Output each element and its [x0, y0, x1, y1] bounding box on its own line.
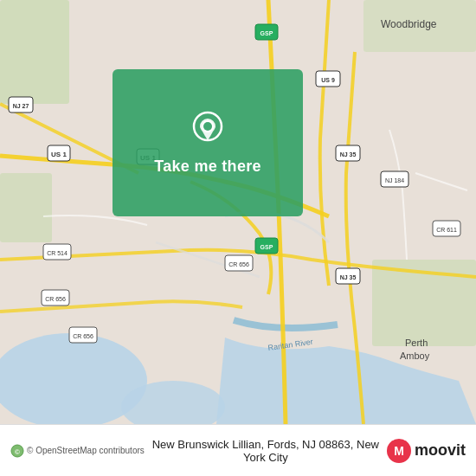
osm-logo: ©: [10, 444, 24, 458]
location-pin-icon: [189, 111, 227, 149]
svg-text:GSP: GSP: [261, 244, 273, 250]
location-info: New Brunswick Lillian, Fords, NJ 08863, …: [145, 438, 387, 464]
svg-text:CR 514: CR 514: [47, 250, 68, 256]
svg-text:CR 611: CR 611: [436, 227, 457, 233]
svg-text:CR 656: CR 656: [228, 261, 249, 267]
svg-text:©: ©: [15, 448, 20, 456]
take-me-there-button[interactable]: Take me there: [154, 158, 261, 176]
map-container: US 1 US 1 GSP GSP US 9 NJ 35 NJ 35 NJ 27…: [0, 0, 476, 424]
svg-text:US 1: US 1: [51, 151, 67, 158]
svg-text:NJ 35: NJ 35: [340, 274, 357, 280]
svg-text:GSP: GSP: [261, 30, 273, 36]
svg-point-41: [203, 122, 212, 131]
location-text: New Brunswick Lillian, Fords, NJ 08863, …: [152, 438, 379, 464]
svg-text:US 9: US 9: [321, 77, 335, 83]
svg-text:NJ 27: NJ 27: [13, 103, 29, 109]
svg-rect-4: [0, 173, 52, 242]
svg-text:NJ 35: NJ 35: [340, 151, 357, 158]
svg-text:CR 656: CR 656: [73, 333, 93, 339]
take-me-there-overlay[interactable]: Take me there: [113, 69, 303, 216]
osm-credit-text: © OpenStreetMap contributors: [27, 446, 145, 455]
svg-text:Amboy: Amboy: [400, 351, 430, 361]
bottom-bar: © © OpenStreetMap contributors New Bruns…: [0, 424, 476, 476]
svg-text:NJ 184: NJ 184: [385, 177, 404, 183]
svg-text:CR 656: CR 656: [45, 296, 66, 302]
moovit-logo: M moovit: [387, 439, 466, 463]
osm-credit: © © OpenStreetMap contributors: [10, 444, 145, 458]
moovit-label: moovit: [415, 441, 466, 460]
svg-text:Perth: Perth: [405, 338, 428, 348]
moovit-icon: M: [387, 439, 411, 463]
svg-text:Woodbridge: Woodbridge: [381, 18, 437, 30]
svg-rect-3: [0, 0, 69, 104]
